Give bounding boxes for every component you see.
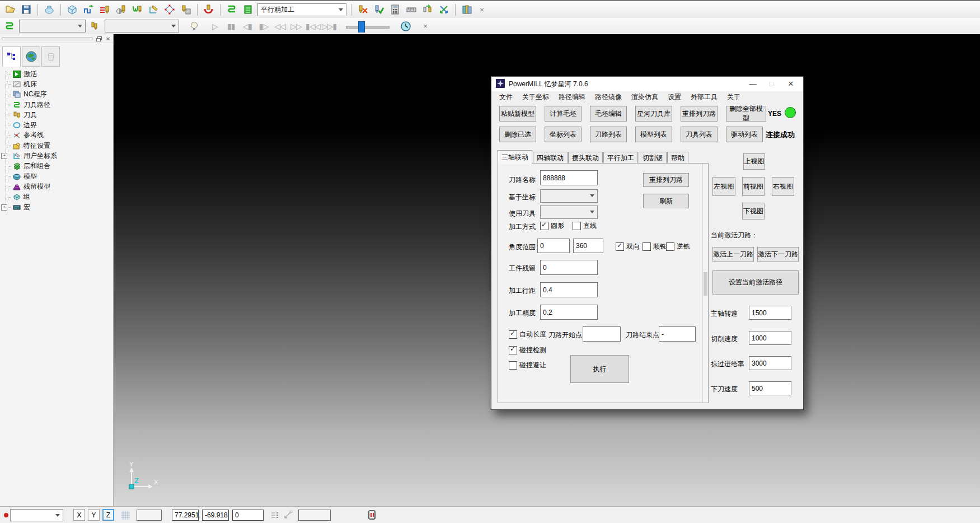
sidebar-grip[interactable]: ✕ bbox=[0, 34, 113, 43]
dialog-titlebar[interactable]: PowerMILL 忆梦星河 7.0.6 — □ ✕ bbox=[491, 77, 803, 91]
tree-item-machine[interactable]: 机床 bbox=[0, 79, 113, 89]
tab-recycle-bin[interactable] bbox=[41, 46, 60, 67]
mode-line-checkbox[interactable]: 直线 bbox=[573, 221, 597, 231]
set-active-path-button[interactable]: 设置当前激活路径 bbox=[712, 270, 799, 295]
tab-swivel-head[interactable]: 摆头联动 bbox=[568, 152, 603, 164]
minimize-icon[interactable]: — bbox=[744, 77, 762, 91]
rearrange-paths-button[interactable]: 重排列刀路 bbox=[681, 106, 718, 122]
models-icon[interactable] bbox=[460, 3, 473, 16]
toolpath-name-input[interactable] bbox=[540, 170, 598, 185]
activate-next-path-button[interactable]: 激活下一刀路 bbox=[757, 247, 799, 262]
end-point-input[interactable] bbox=[659, 326, 696, 342]
stock-input[interactable] bbox=[540, 260, 598, 275]
mode-circle-checkbox[interactable]: 圆形 bbox=[540, 221, 564, 231]
cursor-y-field[interactable]: -69.918 bbox=[202, 510, 229, 521]
tree-item-groups[interactable]: 组 bbox=[0, 192, 113, 202]
tool-delete-icon[interactable] bbox=[356, 3, 369, 16]
delete-all-models-button[interactable]: 删除全部模型 bbox=[726, 106, 766, 122]
axis-x-button[interactable]: X bbox=[73, 509, 85, 521]
execute-button[interactable]: 执行 bbox=[570, 355, 629, 383]
grip-bar[interactable] bbox=[2, 37, 93, 40]
skim-feed-input[interactable] bbox=[749, 356, 791, 370]
path-list-button[interactable]: 刀路列表 bbox=[590, 127, 627, 142]
tool-holder-icon[interactable] bbox=[202, 3, 215, 16]
step-back-icon[interactable]: ◁▮ bbox=[241, 22, 254, 31]
grid-snap-icon[interactable] bbox=[119, 508, 132, 522]
restore-window-icon[interactable] bbox=[95, 35, 103, 42]
drive-list-button[interactable]: 驱动列表 bbox=[726, 127, 763, 142]
tab-parallel[interactable]: 平行加工 bbox=[603, 152, 638, 164]
axis-y-button[interactable]: Y bbox=[88, 509, 100, 521]
plunge-feed-input[interactable] bbox=[749, 381, 791, 395]
workplane-combo[interactable] bbox=[10, 509, 63, 521]
strategy-combo[interactable]: 平行精加工 bbox=[257, 3, 346, 16]
pause-plotting-icon[interactable] bbox=[365, 508, 379, 522]
tab-saw[interactable]: 切割锯 bbox=[639, 152, 667, 164]
toolbar-close-icon[interactable]: × bbox=[476, 6, 487, 14]
transform-icon[interactable] bbox=[437, 3, 451, 16]
rewind-icon[interactable]: ◁◁ bbox=[273, 22, 287, 31]
save-icon[interactable] bbox=[20, 3, 33, 16]
menu-settings[interactable]: 设置 bbox=[668, 92, 681, 102]
measure-icon[interactable] bbox=[405, 3, 418, 16]
clock-icon[interactable] bbox=[399, 20, 412, 33]
dir-both-checkbox[interactable]: 双向 bbox=[616, 242, 640, 251]
grid-size-field[interactable] bbox=[137, 510, 162, 521]
menu-path-mirror[interactable]: 路径镜像 bbox=[595, 92, 622, 102]
menu-render-sim[interactable]: 渲染仿真 bbox=[631, 92, 658, 102]
cursor-x-field[interactable]: 77.2951 bbox=[172, 510, 199, 521]
speed-slider[interactable] bbox=[346, 21, 390, 31]
sim-tool-combo[interactable] bbox=[105, 20, 179, 32]
tree-item-activate[interactable]: 激活 bbox=[0, 69, 113, 79]
print-icon[interactable] bbox=[43, 3, 56, 16]
rearrange-button[interactable]: 重排列刀路 bbox=[643, 173, 689, 187]
use-tool-select[interactable] bbox=[540, 206, 598, 219]
pause-icon[interactable]: ▮▮ bbox=[224, 22, 238, 31]
tab-3axis[interactable]: 三轴联动 bbox=[498, 150, 532, 164]
tree-item-stock-models[interactable]: 残留模型 bbox=[0, 181, 113, 192]
workplane-points-icon[interactable] bbox=[163, 3, 176, 16]
axis-z-button[interactable]: Z bbox=[102, 509, 114, 521]
snap-value-field[interactable] bbox=[298, 510, 331, 521]
tree-item-patterns[interactable]: 参考线 bbox=[0, 130, 113, 141]
view-right-button[interactable]: 右视图 bbox=[772, 177, 794, 196]
auto-length-checkbox[interactable]: 自动长度 bbox=[509, 330, 546, 339]
tree-item-toolpaths[interactable]: 刀具路径 bbox=[0, 100, 113, 110]
scrollbar-thumb[interactable] bbox=[704, 272, 707, 296]
tree-item-levels-sets[interactable]: 层和组合 bbox=[0, 161, 113, 171]
paste-model-button[interactable]: 粘贴新模型 bbox=[499, 106, 536, 122]
tolerance-input[interactable] bbox=[540, 305, 598, 320]
menu-about[interactable]: 关于 bbox=[727, 92, 740, 102]
feeds-speeds-icon[interactable] bbox=[98, 3, 111, 16]
start-point-input[interactable] bbox=[583, 326, 621, 342]
tab-help[interactable]: 帮助 bbox=[667, 152, 688, 164]
menu-external-tools[interactable]: 外部工具 bbox=[691, 92, 718, 102]
angle-from-input[interactable] bbox=[537, 239, 570, 253]
strategy-list-icon[interactable] bbox=[241, 3, 255, 16]
go-start-icon[interactable]: ▮◁◁ bbox=[306, 22, 319, 31]
step-forward-icon[interactable]: ▮▷ bbox=[257, 22, 270, 31]
go-end-icon[interactable]: ▷▷▮ bbox=[322, 22, 335, 31]
pattern-icon[interactable] bbox=[147, 3, 160, 16]
cutting-feed-input[interactable] bbox=[749, 331, 791, 345]
menu-coords[interactable]: 关于坐标 bbox=[522, 92, 549, 102]
probe-axis-icon[interactable] bbox=[282, 508, 295, 522]
tool-list-button[interactable]: 刀具列表 bbox=[681, 127, 718, 142]
view-top-button[interactable]: 上视图 bbox=[743, 153, 765, 170]
create-block-icon[interactable] bbox=[65, 3, 79, 16]
toolpath-icon[interactable] bbox=[225, 3, 238, 16]
collision-avoid-checkbox[interactable]: 碰撞避让 bbox=[509, 361, 546, 370]
tool-verify-icon[interactable] bbox=[372, 3, 386, 16]
spindle-speed-input[interactable] bbox=[749, 306, 791, 320]
tree-item-macros[interactable]: +宏 bbox=[0, 202, 113, 212]
fast-forward-icon[interactable]: ▷▷ bbox=[289, 22, 303, 31]
close-icon[interactable]: ✕ bbox=[104, 35, 112, 42]
sim-toolpath-combo[interactable] bbox=[19, 20, 86, 32]
view-left-button[interactable]: 左视图 bbox=[712, 177, 735, 196]
create-tool-icon[interactable] bbox=[114, 3, 128, 16]
tab-web-view[interactable] bbox=[22, 46, 40, 67]
collision-check-checkbox[interactable]: 碰撞检测 bbox=[509, 345, 546, 355]
dir-conventional-checkbox[interactable]: 逆铣 bbox=[666, 242, 690, 251]
model-list-button[interactable]: 模型列表 bbox=[635, 127, 672, 142]
simulate-tool-icon[interactable] bbox=[179, 3, 193, 16]
